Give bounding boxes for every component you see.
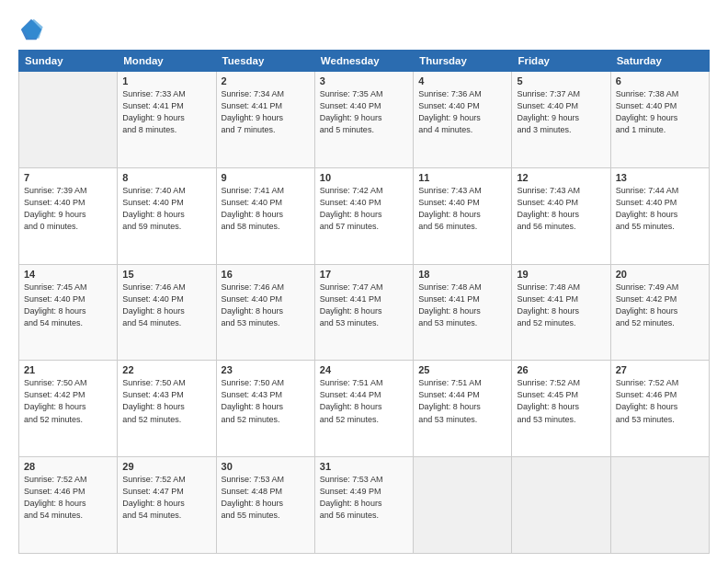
day-info: Sunrise: 7:47 AM Sunset: 4:41 PM Dayligh… — [320, 282, 408, 329]
week-row-3: 14Sunrise: 7:45 AM Sunset: 4:40 PM Dayli… — [19, 264, 710, 361]
day-info: Sunrise: 7:50 AM Sunset: 4:43 PM Dayligh… — [122, 377, 210, 425]
day-cell: 10Sunrise: 7:42 AM Sunset: 4:40 PM Dayli… — [314, 167, 413, 264]
day-cell: 18Sunrise: 7:48 AM Sunset: 4:41 PM Dayli… — [414, 264, 512, 361]
day-cell: 19Sunrise: 7:48 AM Sunset: 4:41 PM Dayli… — [512, 264, 610, 361]
day-info: Sunrise: 7:51 AM Sunset: 4:44 PM Dayligh… — [418, 377, 506, 425]
day-info: Sunrise: 7:46 AM Sunset: 4:40 PM Dayligh… — [122, 282, 210, 329]
day-info: Sunrise: 7:52 AM Sunset: 4:46 PM Dayligh… — [24, 474, 112, 522]
header-day-wednesday: Wednesday — [314, 51, 413, 72]
header-day-monday: Monday — [118, 51, 216, 72]
day-number: 6 — [616, 75, 704, 86]
day-number: 5 — [517, 75, 605, 86]
week-row-2: 7Sunrise: 7:39 AM Sunset: 4:40 PM Daylig… — [19, 167, 710, 264]
day-number: 16 — [222, 269, 310, 280]
day-cell — [19, 72, 118, 168]
day-number: 21 — [24, 364, 112, 375]
day-number: 10 — [320, 172, 408, 183]
day-cell: 2Sunrise: 7:34 AM Sunset: 4:41 PM Daylig… — [216, 72, 314, 168]
day-info: Sunrise: 7:46 AM Sunset: 4:40 PM Dayligh… — [222, 282, 310, 329]
header-day-sunday: Sunday — [19, 51, 118, 72]
day-info: Sunrise: 7:51 AM Sunset: 4:44 PM Dayligh… — [320, 377, 408, 425]
day-info: Sunrise: 7:37 AM Sunset: 4:40 PM Dayligh… — [517, 88, 605, 136]
week-row-1: 1Sunrise: 7:33 AM Sunset: 4:41 PM Daylig… — [19, 72, 710, 168]
day-info: Sunrise: 7:44 AM Sunset: 4:40 PM Dayligh… — [616, 185, 704, 233]
week-row-4: 21Sunrise: 7:50 AM Sunset: 4:42 PM Dayli… — [19, 361, 710, 457]
day-cell: 5Sunrise: 7:37 AM Sunset: 4:40 PM Daylig… — [512, 72, 610, 168]
day-cell: 13Sunrise: 7:44 AM Sunset: 4:40 PM Dayli… — [610, 167, 709, 264]
day-number: 25 — [418, 364, 506, 375]
day-cell — [610, 457, 709, 554]
day-number: 11 — [418, 172, 506, 183]
logo-icon — [18, 17, 44, 42]
day-number: 9 — [222, 172, 310, 183]
day-info: Sunrise: 7:35 AM Sunset: 4:40 PM Dayligh… — [320, 88, 408, 136]
day-cell: 1Sunrise: 7:33 AM Sunset: 4:41 PM Daylig… — [118, 72, 216, 168]
day-info: Sunrise: 7:50 AM Sunset: 4:42 PM Dayligh… — [24, 377, 112, 425]
day-info: Sunrise: 7:33 AM Sunset: 4:41 PM Dayligh… — [122, 88, 210, 136]
day-cell: 24Sunrise: 7:51 AM Sunset: 4:44 PM Dayli… — [314, 361, 413, 457]
day-info: Sunrise: 7:52 AM Sunset: 4:47 PM Dayligh… — [122, 474, 210, 522]
day-info: Sunrise: 7:52 AM Sunset: 4:45 PM Dayligh… — [517, 377, 605, 425]
day-cell: 22Sunrise: 7:50 AM Sunset: 4:43 PM Dayli… — [118, 361, 216, 457]
day-info: Sunrise: 7:50 AM Sunset: 4:43 PM Dayligh… — [222, 377, 310, 425]
header-day-thursday: Thursday — [414, 51, 512, 72]
day-cell: 4Sunrise: 7:36 AM Sunset: 4:40 PM Daylig… — [414, 72, 512, 168]
day-info: Sunrise: 7:34 AM Sunset: 4:41 PM Dayligh… — [222, 88, 310, 136]
day-cell: 14Sunrise: 7:45 AM Sunset: 4:40 PM Dayli… — [19, 264, 118, 361]
day-cell: 23Sunrise: 7:50 AM Sunset: 4:43 PM Dayli… — [216, 361, 314, 457]
day-cell — [414, 457, 512, 554]
day-number: 31 — [320, 461, 408, 472]
day-cell: 6Sunrise: 7:38 AM Sunset: 4:40 PM Daylig… — [610, 72, 709, 168]
day-number: 1 — [122, 75, 210, 86]
day-number: 23 — [222, 364, 310, 375]
day-cell: 28Sunrise: 7:52 AM Sunset: 4:46 PM Dayli… — [19, 457, 118, 554]
day-cell — [512, 457, 610, 554]
day-info: Sunrise: 7:53 AM Sunset: 4:48 PM Dayligh… — [222, 474, 310, 522]
day-info: Sunrise: 7:45 AM Sunset: 4:40 PM Dayligh… — [24, 282, 112, 329]
day-info: Sunrise: 7:40 AM Sunset: 4:40 PM Dayligh… — [122, 185, 210, 233]
day-number: 15 — [122, 269, 210, 280]
day-info: Sunrise: 7:48 AM Sunset: 4:41 PM Dayligh… — [517, 282, 605, 329]
day-cell: 25Sunrise: 7:51 AM Sunset: 4:44 PM Dayli… — [414, 361, 512, 457]
page: SundayMondayTuesdayWednesdayThursdayFrid… — [0, 0, 728, 563]
day-number: 26 — [517, 364, 605, 375]
day-cell: 8Sunrise: 7:40 AM Sunset: 4:40 PM Daylig… — [118, 167, 216, 264]
day-number: 27 — [616, 364, 704, 375]
header-day-saturday: Saturday — [610, 51, 709, 72]
day-cell: 26Sunrise: 7:52 AM Sunset: 4:45 PM Dayli… — [512, 361, 610, 457]
day-cell: 9Sunrise: 7:41 AM Sunset: 4:40 PM Daylig… — [216, 167, 314, 264]
day-number: 3 — [320, 75, 408, 86]
day-info: Sunrise: 7:52 AM Sunset: 4:46 PM Dayligh… — [616, 377, 704, 425]
day-info: Sunrise: 7:36 AM Sunset: 4:40 PM Dayligh… — [418, 88, 506, 136]
day-number: 14 — [24, 269, 112, 280]
day-number: 24 — [320, 364, 408, 375]
header-row: SundayMondayTuesdayWednesdayThursdayFrid… — [19, 51, 710, 72]
week-row-5: 28Sunrise: 7:52 AM Sunset: 4:46 PM Dayli… — [19, 457, 710, 554]
day-info: Sunrise: 7:43 AM Sunset: 4:40 PM Dayligh… — [418, 185, 506, 233]
logo — [18, 17, 48, 42]
day-info: Sunrise: 7:39 AM Sunset: 4:40 PM Dayligh… — [24, 185, 112, 233]
day-info: Sunrise: 7:53 AM Sunset: 4:49 PM Dayligh… — [320, 474, 408, 522]
day-number: 20 — [616, 269, 704, 280]
day-info: Sunrise: 7:48 AM Sunset: 4:41 PM Dayligh… — [418, 282, 506, 329]
day-info: Sunrise: 7:49 AM Sunset: 4:42 PM Dayligh… — [616, 282, 704, 329]
day-number: 17 — [320, 269, 408, 280]
day-number: 28 — [24, 461, 112, 472]
day-number: 2 — [222, 75, 310, 86]
day-number: 8 — [122, 172, 210, 183]
day-number: 7 — [24, 172, 112, 183]
day-cell: 15Sunrise: 7:46 AM Sunset: 4:40 PM Dayli… — [118, 264, 216, 361]
header-day-tuesday: Tuesday — [216, 51, 314, 72]
day-number: 12 — [517, 172, 605, 183]
day-number: 30 — [222, 461, 310, 472]
day-number: 22 — [122, 364, 210, 375]
day-cell: 11Sunrise: 7:43 AM Sunset: 4:40 PM Dayli… — [414, 167, 512, 264]
day-cell: 17Sunrise: 7:47 AM Sunset: 4:41 PM Dayli… — [314, 264, 413, 361]
day-info: Sunrise: 7:42 AM Sunset: 4:40 PM Dayligh… — [320, 185, 408, 233]
day-cell: 31Sunrise: 7:53 AM Sunset: 4:49 PM Dayli… — [314, 457, 413, 554]
day-number: 18 — [418, 269, 506, 280]
day-cell: 7Sunrise: 7:39 AM Sunset: 4:40 PM Daylig… — [19, 167, 118, 264]
day-cell: 12Sunrise: 7:43 AM Sunset: 4:40 PM Dayli… — [512, 167, 610, 264]
day-info: Sunrise: 7:43 AM Sunset: 4:40 PM Dayligh… — [517, 185, 605, 233]
calendar-table: SundayMondayTuesdayWednesdayThursdayFrid… — [18, 50, 710, 554]
